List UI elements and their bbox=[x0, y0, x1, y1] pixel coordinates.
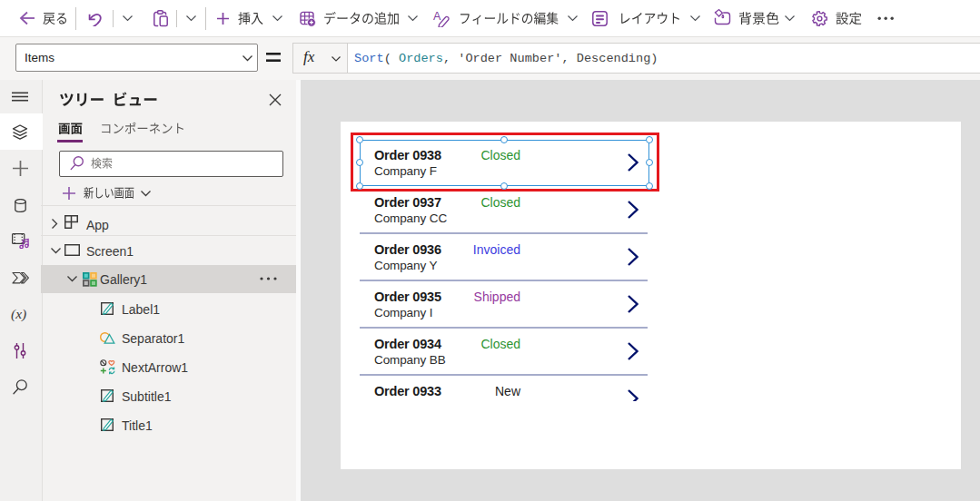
svg-text:A: A bbox=[433, 10, 441, 23]
